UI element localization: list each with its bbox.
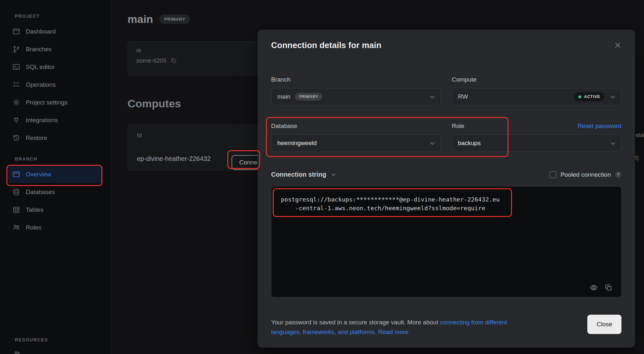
dashboard-icon [12, 27, 20, 35]
database-select[interactable]: heemingweeld [271, 134, 441, 152]
pooled-connection-label: Pooled connection [561, 171, 611, 178]
code-block-actions [590, 283, 613, 292]
active-status-text: ACTIVE [584, 94, 600, 99]
branch-field: Branch main PRIMARY [271, 76, 441, 105]
sidebar-item-dashboard[interactable]: Dashboard [8, 23, 102, 40]
sidebar-item-tables[interactable]: Tables [8, 201, 102, 219]
modal-footer-text: Your password is saved in a secure stora… [271, 318, 577, 337]
connection-string-label: Connection string [271, 171, 326, 178]
branch-id-value: some-it205 [136, 57, 166, 64]
sidebar-item-branches[interactable]: Branches [8, 40, 102, 58]
sidebar-section-branch-label: BRANCH [0, 156, 111, 165]
pooled-connection-checkbox[interactable] [549, 171, 556, 178]
sidebar-item-label: Restore [26, 134, 47, 142]
computes-heading: Computes [128, 97, 181, 110]
chevron-down-icon [609, 93, 617, 101]
active-dot-icon [578, 95, 581, 98]
close-icon[interactable] [613, 41, 622, 50]
connection-string-box: postgresql://backups:************@ep-div… [271, 186, 621, 297]
copy-icon[interactable] [170, 57, 177, 64]
connection-string-row: Connection string Pooled connection ? [271, 171, 621, 178]
connection-details-modal: Connection details for main Branch main … [258, 30, 635, 348]
database-value: heemingweeld [277, 140, 317, 147]
database-label: Database [271, 123, 441, 130]
integrations-icon [12, 116, 20, 124]
sidebar-section-resources-label: RESOURCES [0, 337, 48, 346]
connection-string-value: postgresql://backups:************@ep-div… [279, 195, 501, 212]
sidebar-item-integrations[interactable]: Integrations [8, 111, 102, 129]
sidebar-item-project-settings[interactable]: Project settings [8, 93, 102, 111]
database-field: Database heemingweeld [271, 123, 441, 152]
compute-label: Compute [452, 76, 621, 83]
branch-value: main [277, 93, 290, 100]
databases-icon [12, 188, 20, 196]
clipped-text-fragment: ela [636, 132, 644, 139]
app-window: PROJECT Dashboard Branches SQL editor [0, 0, 644, 354]
copy-icon[interactable] [604, 283, 613, 292]
compute-field: Compute RW ACTIVE [452, 76, 621, 105]
sidebar-item-label: Tables [26, 206, 43, 213]
help-icon[interactable]: ? [615, 172, 621, 178]
chevron-down-icon [429, 140, 436, 147]
branches-icon [12, 45, 20, 53]
modal-title: Connection details for main [271, 40, 381, 50]
connection-string-line2: -central-1.aws.neon.tech/heemingweeld?ss… [279, 204, 501, 212]
reset-password-link[interactable]: Reset password [578, 123, 621, 130]
sidebar: PROJECT Dashboard Branches SQL editor [0, 0, 111, 354]
overview-icon [12, 170, 20, 178]
connection-string-toggle[interactable]: Connection string [271, 171, 337, 178]
sidebar-item-label: Branches [26, 46, 52, 53]
sidebar-item-label: SQL editor [26, 64, 55, 71]
branch-label: Branch [271, 76, 441, 83]
sidebar-item-label: Dashboard [26, 28, 56, 35]
operations-icon [12, 81, 20, 89]
compute-value: RW [458, 93, 468, 100]
sidebar-item-label: Overview [26, 171, 51, 178]
sidebar-section-project: PROJECT Dashboard Branches SQL editor [0, 14, 111, 147]
connecting-docs-link[interactable]: languages, frameworks, and platforms. [271, 329, 376, 335]
footer-static-text: Your password is saved in a secure stora… [271, 319, 440, 326]
sidebar-item-restore[interactable]: Restore [8, 129, 102, 147]
role-value: backups [458, 140, 481, 147]
sidebar-item-roles[interactable]: Roles [8, 219, 102, 236]
role-select[interactable]: backups [452, 134, 621, 152]
sidebar-section-branch: BRANCH Overview Databases Tables [0, 156, 111, 236]
sidebar-item-databases[interactable]: Databases [8, 183, 102, 201]
sidebar-item-label: Project settings [26, 99, 68, 106]
branch-select[interactable]: main PRIMARY [271, 88, 441, 105]
community-icon [13, 350, 21, 354]
page-title: main [128, 13, 153, 25]
page-title-row: main PRIMARY [128, 13, 190, 25]
sidebar-item-overview[interactable]: Overview [8, 165, 102, 183]
pooled-connection-group: Pooled connection ? [549, 171, 621, 178]
sql-editor-icon [12, 63, 20, 71]
read-more-link[interactable]: Read more [378, 329, 409, 335]
status-badge: ACTIVE [574, 92, 604, 101]
compute-select[interactable]: RW ACTIVE [452, 88, 621, 105]
close-button[interactable]: Close [587, 315, 621, 334]
sidebar-item-label: Roles [26, 224, 42, 231]
eye-icon[interactable] [590, 283, 598, 292]
modal-header: Connection details for main [258, 30, 635, 61]
sidebar-item-label: Operations [26, 81, 56, 88]
connecting-docs-link[interactable]: connecting from different [440, 319, 507, 326]
sidebar-item-label: Databases [26, 189, 55, 196]
sidebar-item-label: Integrations [26, 117, 58, 124]
chevron-down-icon [609, 140, 617, 147]
sidebar-item-operations[interactable]: Operations [8, 76, 102, 93]
connection-string-line1: postgresql://backups:************@ep-div… [279, 195, 501, 204]
settings-gear-icon [12, 98, 20, 106]
sidebar-section-project-label: PROJECT [0, 14, 111, 23]
primary-badge: PRIMARY [159, 15, 190, 24]
sidebar-item-sql-editor[interactable]: SQL editor [8, 58, 102, 76]
restore-clock-icon [12, 134, 20, 142]
tables-icon [12, 206, 20, 214]
compute-id-cell: ep-divine-heather-226432 [137, 155, 211, 162]
roles-icon [12, 223, 20, 231]
chevron-down-icon [330, 171, 337, 178]
primary-badge: PRIMARY [295, 93, 322, 101]
chevron-down-icon [429, 93, 436, 101]
